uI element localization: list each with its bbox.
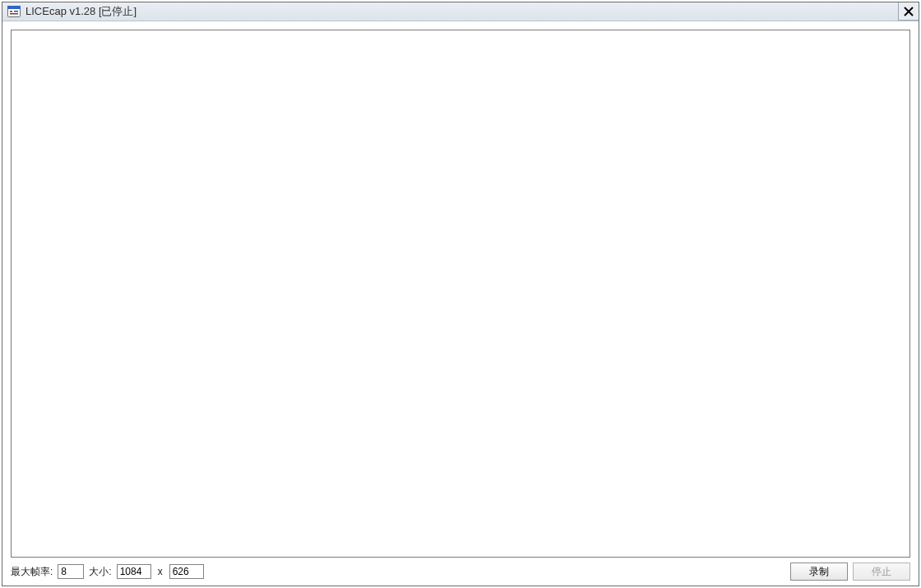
- max-fps-label: 最大帧率:: [11, 565, 53, 579]
- capture-area[interactable]: [11, 30, 910, 558]
- width-input[interactable]: [117, 564, 151, 579]
- svg-rect-3: [14, 11, 18, 12]
- window-title: LICEcap v1.28 [已停止]: [25, 4, 137, 19]
- svg-rect-2: [10, 11, 12, 12]
- svg-rect-4: [10, 13, 18, 15]
- close-icon: [904, 7, 914, 16]
- capture-frame-wrap: [2, 21, 919, 563]
- size-label: 大小:: [89, 565, 111, 579]
- stop-button: 停止: [853, 563, 910, 581]
- title-bar[interactable]: LICEcap v1.28 [已停止]: [2, 2, 919, 21]
- height-input[interactable]: [169, 564, 204, 579]
- licecap-app-icon: [7, 5, 21, 18]
- close-button[interactable]: [898, 2, 919, 21]
- record-button[interactable]: 录制: [790, 563, 848, 581]
- app-window: LICEcap v1.28 [已停止] 最大帧率: 大小: x 录制 停止: [2, 2, 919, 586]
- bottom-toolbar: 最大帧率: 大小: x 录制 停止: [2, 563, 919, 586]
- size-separator: x: [156, 566, 164, 577]
- max-fps-input[interactable]: [58, 564, 84, 579]
- svg-rect-1: [8, 7, 21, 9]
